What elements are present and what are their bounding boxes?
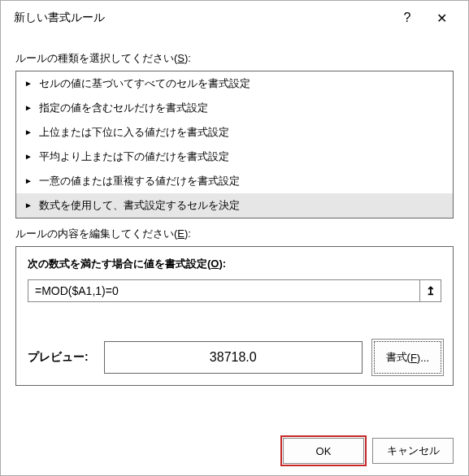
arrow-icon: ► (24, 104, 33, 112)
arrow-icon: ► (24, 177, 33, 185)
arrow-icon: ► (24, 128, 33, 136)
collapse-icon: ↥ (426, 284, 436, 297)
help-button[interactable]: ? (390, 6, 424, 29)
cancel-button[interactable]: キャンセル (372, 438, 454, 464)
edit-rule-box: 次の数式を満たす場合に値を書式設定(O): ↥ プレビュー: 38718.0 書… (15, 246, 454, 386)
arrow-icon: ► (24, 153, 33, 161)
dialog-body: ルールの種類を選択してください(S): ►セルの値に基づいてすべてのセルを書式設… (1, 35, 468, 430)
rule-type-item[interactable]: ►セルの値に基づいてすべてのセルを書式設定 (16, 71, 453, 96)
new-formatting-rule-dialog: 新しい書式ルール ? ✕ ルールの種類を選択してください(S): ►セルの値に基… (0, 0, 469, 476)
dialog-title: 新しい書式ルール (14, 11, 390, 25)
rule-type-label: ルールの種類を選択してください(S): (15, 51, 454, 66)
preview-box: 38718.0 (104, 341, 363, 374)
titlebar: 新しい書式ルール ? ✕ (1, 1, 468, 35)
rule-type-item[interactable]: ►数式を使用して、書式設定するセルを決定 (16, 193, 453, 218)
preview-label: プレビュー: (28, 350, 93, 365)
format-button[interactable]: 書式(F)... (374, 341, 441, 374)
rule-type-item[interactable]: ►平均より上または下の値だけを書式設定 (16, 145, 453, 169)
edit-rule-label: ルールの内容を編集してください(E): (15, 227, 454, 241)
rule-type-item-label: 数式を使用して、書式設定するセルを決定 (39, 198, 240, 213)
range-selector-button[interactable]: ↥ (420, 279, 441, 302)
formula-row: ↥ (28, 279, 441, 302)
dialog-footer: OK キャンセル (1, 430, 468, 475)
rule-type-item-label: 指定の値を含むセルだけを書式設定 (39, 101, 208, 115)
preview-row: プレビュー: 38718.0 書式(F)... (28, 341, 441, 374)
rule-type-item-label: 上位または下位に入る値だけを書式設定 (39, 125, 229, 140)
arrow-icon: ► (24, 80, 33, 88)
rule-type-item-label: 一意の値または重複する値だけを書式設定 (39, 174, 240, 188)
formula-input[interactable] (28, 279, 420, 302)
rule-type-item[interactable]: ►一意の値または重複する値だけを書式設定 (16, 169, 453, 193)
formula-label: 次の数式を満たす場合に値を書式設定(O): (28, 257, 441, 271)
arrow-icon: ► (24, 201, 33, 210)
rule-type-list[interactable]: ►セルの値に基づいてすべてのセルを書式設定►指定の値を含むセルだけを書式設定►上… (15, 71, 454, 219)
rule-type-item[interactable]: ►上位または下位に入る値だけを書式設定 (16, 120, 453, 145)
rule-type-item[interactable]: ►指定の値を含むセルだけを書式設定 (16, 96, 453, 120)
close-button[interactable]: ✕ (424, 6, 458, 29)
rule-type-item-label: セルの値に基づいてすべてのセルを書式設定 (39, 76, 250, 91)
rule-type-item-label: 平均より上または下の値だけを書式設定 (39, 149, 229, 164)
ok-button[interactable]: OK (283, 438, 364, 464)
